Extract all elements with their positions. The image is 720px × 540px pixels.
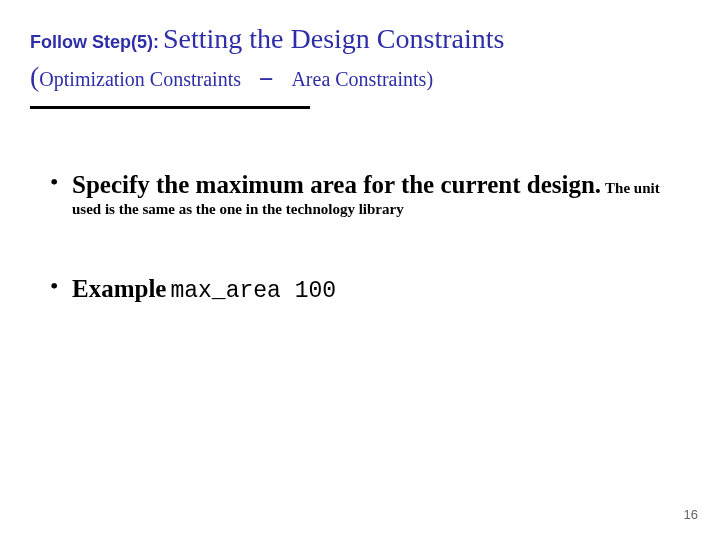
bullet-list: Specify the maximum area for the current… — [30, 169, 680, 305]
bullet-item-1: Specify the maximum area for the current… — [50, 169, 680, 218]
slide-title: Follow Step(5): Setting the Design Const… — [30, 20, 680, 98]
title-main: Setting the Design Constraints — [163, 23, 504, 54]
bullet-2-label: Example — [72, 275, 166, 302]
title-sub1: Optimization Constraints — [39, 68, 241, 90]
title-paren-open: ( — [30, 61, 39, 92]
title-underline — [30, 106, 310, 109]
bullet-item-2: Example max_area 100 — [50, 273, 680, 304]
title-line-1: Follow Step(5): Setting the Design Const… — [30, 20, 680, 58]
bullet-2-code: max_area 100 — [170, 278, 336, 304]
title-line-2: (Optimization Constraints – Area Constra… — [30, 58, 680, 98]
page-number: 16 — [684, 507, 698, 522]
title-prefix: Follow Step(5): — [30, 32, 159, 52]
title-sub2: Area Constraints) — [291, 68, 433, 90]
slide-container: Follow Step(5): Setting the Design Const… — [0, 0, 720, 540]
bullet-1-main: Specify the maximum area for the current… — [72, 171, 601, 198]
title-dash: – — [241, 63, 291, 94]
